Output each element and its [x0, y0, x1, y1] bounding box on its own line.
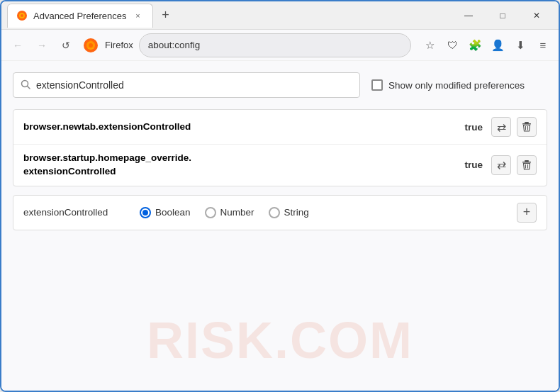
refresh-icon: ↺	[62, 40, 70, 51]
boolean-radio[interactable]: Boolean	[140, 207, 191, 218]
delete-button-2[interactable]	[517, 155, 537, 175]
menu-icon[interactable]: ≡	[533, 35, 553, 55]
window-controls: — □ ✕	[452, 4, 553, 27]
svg-rect-9	[522, 123, 531, 125]
number-radio-circle	[205, 207, 216, 218]
back-button[interactable]: ←	[7, 35, 28, 56]
number-radio[interactable]: Number	[205, 207, 254, 218]
tab-close-button[interactable]: ×	[133, 10, 144, 21]
extension-icon[interactable]: 🧩	[465, 35, 485, 55]
toggle-button-1[interactable]: ⇄	[491, 117, 511, 137]
bookmark-icon[interactable]: ☆	[420, 35, 439, 55]
toggle-button-2[interactable]: ⇄	[491, 155, 511, 175]
trash-icon-2	[521, 159, 532, 171]
browser-window: Advanced Preferences × + — □ ✕ ← → ↺ Fir…	[0, 0, 560, 392]
nav-icons: ☆ 🛡 🧩 👤 ⬇ ≡	[420, 35, 553, 55]
svg-line-7	[28, 86, 30, 89]
trash-icon-1	[521, 121, 532, 133]
delete-button-1[interactable]	[517, 117, 537, 137]
add-preference-button[interactable]: +	[517, 203, 537, 223]
boolean-radio-circle	[140, 207, 151, 218]
address-bar[interactable]: about:config	[139, 33, 411, 57]
pref-actions-1: ⇄	[491, 117, 537, 137]
pref-actions-2: ⇄	[491, 155, 537, 175]
watermark: RISK.COM	[147, 311, 413, 369]
downloads-icon[interactable]: ⬇	[510, 35, 530, 55]
close-button[interactable]: ✕	[520, 4, 553, 27]
swap-icon-1: ⇄	[497, 121, 506, 134]
add-pref-name: extensionControlled	[23, 207, 123, 218]
show-modified-label[interactable]: Show only modified preferences	[371, 79, 525, 91]
svg-rect-8	[525, 122, 529, 123]
search-input[interactable]	[36, 79, 352, 91]
minimize-button[interactable]: —	[452, 4, 485, 27]
tab-favicon	[16, 10, 28, 21]
firefox-logo	[82, 37, 99, 54]
string-radio[interactable]: String	[269, 207, 309, 218]
show-modified-checkbox[interactable]	[371, 79, 383, 91]
string-label: String	[284, 207, 309, 218]
new-tab-button[interactable]: +	[156, 6, 176, 26]
refresh-button[interactable]: ↺	[55, 35, 77, 56]
back-icon: ←	[13, 40, 23, 51]
swap-icon-2: ⇄	[497, 158, 506, 172]
nav-bar: ← → ↺ Firefox about:config ☆ 🛡	[1, 30, 559, 61]
table-row[interactable]: browser.startup.homepage_override. exten…	[13, 145, 547, 186]
boolean-label: Boolean	[155, 207, 191, 218]
active-tab[interactable]: Advanced Preferences ×	[7, 4, 153, 28]
search-container: Show only modified preferences	[13, 72, 547, 98]
number-label: Number	[220, 207, 254, 218]
browser-label: Firefox	[105, 40, 133, 50]
title-bar: Advanced Preferences × + — □ ✕	[1, 1, 559, 30]
pref-value-1: true	[453, 122, 483, 133]
pref-value-2: true	[453, 159, 483, 170]
add-preference-container: extensionControlled Boolean Number Strin…	[13, 195, 547, 230]
profile-icon[interactable]: 👤	[488, 35, 508, 55]
shield-icon[interactable]: 🛡	[442, 35, 462, 55]
table-row[interactable]: browser.newtab.extensionControlled true …	[13, 110, 547, 145]
tab-title: Advanced Preferences	[33, 11, 127, 21]
forward-icon: →	[37, 40, 47, 51]
string-radio-circle	[269, 207, 280, 218]
url-text: about:config	[148, 40, 402, 50]
content-area: RISK.COM Show only modified preferences	[1, 61, 559, 391]
show-modified-text: Show only modified preferences	[388, 80, 525, 91]
type-radio-group: Boolean Number String	[140, 207, 517, 218]
forward-button[interactable]: →	[31, 35, 52, 56]
svg-rect-12	[525, 160, 529, 162]
maximize-button[interactable]: □	[486, 4, 519, 27]
svg-rect-13	[522, 162, 531, 163]
preference-search-box[interactable]	[13, 72, 360, 98]
preferences-table: browser.newtab.extensionControlled true …	[13, 109, 547, 186]
pref-name-1: browser.newtab.extensionControlled	[23, 121, 453, 134]
search-icon	[21, 79, 30, 91]
svg-point-2	[21, 14, 23, 17]
pref-name-2: browser.startup.homepage_override. exten…	[23, 152, 453, 179]
